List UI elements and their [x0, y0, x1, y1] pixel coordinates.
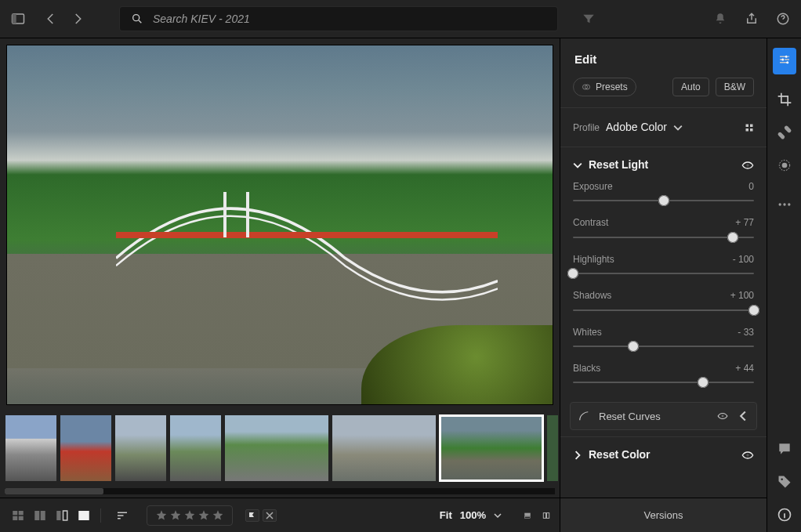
svg-point-25 — [746, 454, 748, 456]
svg-point-34 — [783, 203, 785, 205]
thumb-2[interactable] — [60, 414, 112, 482]
thumb-1[interactable] — [5, 414, 57, 482]
healing-tool-icon[interactable] — [777, 125, 792, 140]
slider-value: + 44 — [735, 363, 754, 374]
whites-slider[interactable]: Whites- 33 — [560, 324, 767, 360]
star-5-icon[interactable] — [212, 509, 224, 522]
grid-small-icon[interactable] — [9, 508, 27, 523]
grid-large-icon[interactable] — [31, 508, 49, 523]
color-section-header[interactable]: Reset Color — [560, 436, 767, 468]
info-icon[interactable] — [777, 507, 792, 523]
thumb-7-active[interactable] — [439, 414, 544, 482]
nav-arrows — [44, 12, 85, 26]
bell-icon[interactable] — [713, 12, 727, 26]
zoom-fit-button[interactable]: Fit — [440, 509, 452, 522]
svg-point-24 — [722, 415, 724, 418]
tag-icon[interactable] — [777, 474, 792, 490]
svg-rect-1 — [13, 14, 16, 24]
image-viewport[interactable] — [0, 38, 560, 411]
search-input[interactable] — [151, 12, 548, 26]
filmstrip[interactable] — [0, 411, 560, 488]
eye-icon[interactable] — [717, 411, 728, 422]
rating-stars[interactable] — [147, 505, 233, 526]
thumb-8-partial[interactable] — [546, 414, 559, 482]
thumb-6[interactable] — [332, 414, 437, 482]
slider-label: Highlights — [573, 254, 614, 265]
back-arrow-icon[interactable] — [44, 12, 58, 26]
svg-rect-8 — [34, 511, 39, 520]
curve-icon — [578, 411, 589, 422]
compare-icon[interactable] — [53, 508, 71, 523]
eye-icon[interactable] — [741, 449, 754, 461]
eye-icon[interactable] — [741, 159, 754, 172]
filter-icon[interactable] — [582, 12, 596, 26]
svg-rect-30 — [777, 131, 785, 139]
svg-rect-10 — [56, 511, 60, 520]
sort-icon[interactable] — [114, 508, 131, 523]
flag-reject-icon[interactable] — [263, 509, 277, 522]
bottom-toolbar: Fit 100% — [0, 498, 560, 532]
search-box[interactable] — [119, 6, 558, 31]
zoom-percent[interactable]: 100% — [460, 509, 486, 522]
filmstrip-scrollbar[interactable] — [5, 488, 555, 494]
comment-icon[interactable] — [777, 441, 792, 457]
flag-pick-icon[interactable] — [245, 509, 259, 522]
histogram-toggle-icon[interactable] — [524, 512, 531, 519]
presets-button[interactable]: Presets — [573, 78, 636, 96]
edit-panel: Edit Presets Auto B&W Profile Adobe Colo… — [560, 38, 767, 532]
share-icon[interactable] — [745, 12, 759, 26]
svg-rect-11 — [63, 511, 67, 520]
thumb-5[interactable] — [224, 414, 329, 482]
curves-row[interactable]: Reset Curves — [570, 402, 757, 430]
profile-browser-icon[interactable] — [745, 123, 754, 132]
color-section-label: Reset Color — [589, 448, 651, 461]
thumb-3[interactable] — [114, 414, 167, 482]
svg-point-32 — [781, 162, 787, 168]
mask-tool-icon[interactable] — [777, 157, 792, 173]
slider-value: 0 — [748, 181, 754, 192]
chevron-right-icon — [573, 451, 582, 460]
svg-rect-13 — [524, 512, 531, 516]
svg-rect-12 — [78, 511, 89, 520]
versions-button[interactable]: Versions — [560, 498, 767, 532]
slider-label: Shadows — [573, 290, 611, 301]
chevron-down-icon — [573, 161, 582, 170]
thumb-4[interactable] — [169, 414, 222, 482]
more-icon[interactable] — [777, 197, 792, 212]
light-section-header[interactable]: Reset Light — [560, 147, 767, 178]
zoom-dropdown-icon[interactable] — [494, 512, 502, 519]
svg-rect-7 — [19, 516, 24, 519]
highlights-slider[interactable]: Highlights- 100 — [560, 251, 767, 287]
slider-label: Contrast — [573, 217, 608, 228]
edit-sliders-tool[interactable] — [773, 48, 796, 74]
exposure-slider[interactable]: Exposure0 — [560, 178, 767, 214]
bw-button[interactable]: B&W — [716, 78, 754, 96]
star-4-icon[interactable] — [198, 509, 210, 522]
auto-button[interactable]: Auto — [672, 78, 709, 96]
star-3-icon[interactable] — [183, 509, 196, 522]
flag-chips — [245, 509, 277, 522]
slider-value: + 100 — [730, 290, 754, 301]
svg-point-28 — [786, 61, 788, 63]
svg-rect-16 — [546, 512, 549, 518]
contrast-slider[interactable]: Contrast+ 77 — [560, 214, 767, 250]
star-2-icon[interactable] — [169, 509, 182, 522]
profile-value: Adobe Color — [606, 121, 667, 134]
svg-rect-14 — [524, 516, 531, 518]
profile-row[interactable]: Profile Adobe Color — [560, 107, 767, 147]
help-icon[interactable] — [776, 12, 790, 26]
blacks-slider[interactable]: Blacks+ 44 — [560, 360, 767, 396]
svg-point-35 — [788, 203, 790, 205]
panel-toggle-icon[interactable] — [11, 12, 25, 26]
canvas-column: Fit 100% — [0, 38, 560, 532]
detail-view-icon[interactable] — [75, 508, 92, 523]
search-icon — [131, 13, 143, 25]
presets-label: Presets — [596, 81, 628, 92]
forward-arrow-icon[interactable] — [71, 12, 85, 26]
svg-rect-9 — [41, 511, 45, 520]
crop-tool-icon[interactable] — [777, 92, 792, 107]
svg-point-23 — [746, 164, 748, 166]
before-after-icon[interactable] — [542, 512, 550, 519]
star-1-icon[interactable] — [155, 509, 168, 522]
shadows-slider[interactable]: Shadows+ 100 — [560, 287, 767, 323]
